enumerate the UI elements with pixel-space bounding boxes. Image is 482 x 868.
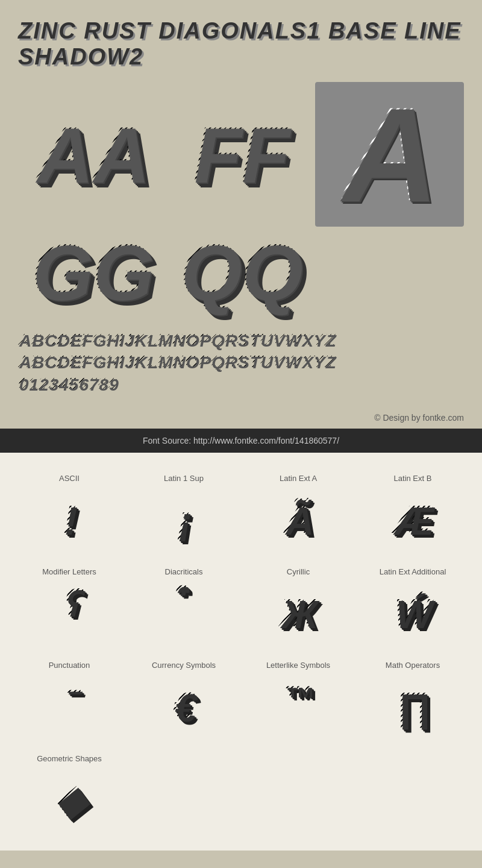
- char-label: Latin Ext A: [247, 474, 349, 483]
- sample-letter-gg: GG: [18, 227, 167, 317]
- char-cell-modifier-letters: Modifier Lettersʕ: [12, 558, 127, 652]
- char-cell-latin-1-sup: Latin 1 Sup¡: [127, 465, 241, 558]
- char-sample: Ã: [247, 489, 349, 549]
- char-sample: ™: [247, 676, 349, 718]
- letter-a-white: A: [342, 88, 437, 221]
- alphabet-sample: ABCDEFGHIJKLMNOPQRSTUVWXYZ ABCDEFGHIJKLM…: [18, 329, 464, 395]
- char-sample: ∏: [362, 676, 464, 736]
- char-label: Modifier Letters: [18, 567, 120, 576]
- sample-letter-qq: QQ: [167, 227, 316, 317]
- char-grid: ASCII!Latin 1 Sup¡Latin Ext AÃLatin Ext …: [12, 465, 470, 838]
- char-sample: Ẃ: [362, 582, 464, 643]
- char-cell-latin-ext-b: Latin Ext BÆ: [355, 465, 470, 558]
- char-label: Latin 1 Sup: [133, 474, 235, 483]
- copyright: © Design by fontke.com: [0, 407, 482, 429]
- char-sample: ◆: [18, 769, 120, 829]
- char-label: Diacriticals: [133, 567, 235, 576]
- char-label: Currency Symbols: [133, 661, 235, 670]
- char-sample: Ж: [247, 582, 349, 643]
- char-label: Latin Ext Additional: [362, 567, 464, 576]
- char-cell-punctuation: Punctuation⁻: [12, 652, 127, 745]
- char-cell-ascii: ASCII!: [12, 465, 127, 558]
- alphabet-uppercase-2: ABCDEFGHIJKLMNOPQRSTUVWXYZ: [18, 351, 464, 373]
- sample-grid: AA FF A GG QQ: [18, 82, 464, 317]
- char-cell-latin-ext-a: Latin Ext AÃ: [241, 465, 355, 558]
- char-cell-latin-ext-additional: Latin Ext AdditionalẂ: [355, 558, 470, 652]
- char-sets-section: ASCII!Latin 1 Sup¡Latin Ext AÃLatin Ext …: [0, 453, 482, 851]
- letter-gg: GG: [31, 233, 153, 311]
- char-sample: ʕ: [18, 582, 120, 624]
- char-label: ASCII: [18, 474, 120, 483]
- alphabet-uppercase: ABCDEFGHIJKLMNOPQRSTUVWXYZ: [18, 329, 464, 351]
- char-sample: ¡: [133, 489, 235, 549]
- numbers-line: 0123456789: [18, 373, 464, 395]
- letter-qq: QQ: [180, 233, 302, 311]
- char-cell-diacriticals: Diacriticals͒: [127, 558, 241, 652]
- char-label: Punctuation: [18, 661, 120, 670]
- char-label: Latin Ext B: [362, 474, 464, 483]
- char-label: Math Operators: [362, 661, 464, 670]
- letter-aa: AA: [36, 115, 149, 193]
- char-sample: €: [133, 676, 235, 736]
- char-label: Letterlike Symbols: [247, 661, 349, 670]
- char-cell-letterlike-symbols: Letterlike Symbols™: [241, 652, 355, 745]
- char-label: Geometric Shapes: [18, 754, 120, 763]
- font-title: ZINC RUST DIAGONALS1 BASE LINE SHADOW2: [18, 18, 464, 70]
- font-source-bar: Font Source: http://www.fontke.com/font/…: [0, 429, 482, 453]
- sample-letter-empty: [315, 227, 464, 317]
- sample-letter-aa: AA: [18, 82, 167, 227]
- char-sample: !: [18, 489, 120, 549]
- letter-ff: FF: [193, 115, 289, 193]
- char-sample: Æ: [362, 489, 464, 549]
- char-sample: ͒: [133, 582, 235, 624]
- hero-section: ZINC RUST DIAGONALS1 BASE LINE SHADOW2 A…: [0, 0, 482, 407]
- char-cell-geometric-shapes: Geometric Shapes◆: [12, 745, 127, 838]
- char-sample: ⁻: [18, 676, 120, 718]
- char-cell-math-operators: Math Operators∏: [355, 652, 470, 745]
- sample-letter-ff: FF: [167, 82, 316, 227]
- char-cell-currency-symbols: Currency Symbols€: [127, 652, 241, 745]
- char-cell-cyrillic: CyrillicЖ: [241, 558, 355, 652]
- char-label: Cyrillic: [247, 567, 349, 576]
- sample-letter-a-white: A: [315, 82, 464, 227]
- font-source-text: Font Source: http://www.fontke.com/font/…: [143, 436, 339, 445]
